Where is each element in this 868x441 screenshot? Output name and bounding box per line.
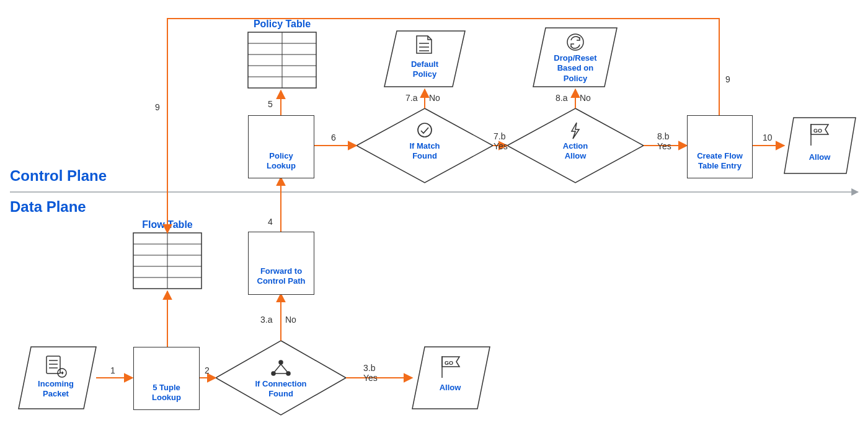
- if-connection-label: If Connection Found: [237, 379, 324, 400]
- allow-ctrl-label: Allow: [789, 152, 851, 162]
- bolt-icon: [572, 123, 579, 139]
- edge-6-num: 6: [331, 133, 336, 142]
- policy-table-title: Policy Table: [245, 19, 319, 30]
- data-plane-label: Data Plane: [10, 198, 86, 216]
- incoming-packet-label: Incoming Packet: [25, 379, 87, 400]
- svg-point-30: [279, 360, 283, 364]
- allow-data-shape: [412, 347, 490, 409]
- allow-data-label: Allow: [419, 383, 481, 393]
- default-policy-label: Default Policy: [391, 59, 459, 80]
- drop-reset-label: Drop/Reset Based on Policy: [537, 53, 614, 84]
- edge-3b-label: Yes: [363, 373, 378, 383]
- if-connection-label-wrap: If Connection Found: [237, 379, 324, 400]
- edge-8b-num: 8.b: [657, 131, 669, 141]
- if-match-label-wrap: If Match Found: [381, 141, 468, 162]
- edge-7b-num: 7.b: [494, 131, 505, 141]
- edge-8a-num: 8.a: [556, 93, 567, 103]
- edge-9d-num: 9: [155, 102, 160, 112]
- policy-lookup: Policy Lookup: [248, 115, 314, 178]
- if-match-label: If Match Found: [381, 141, 468, 162]
- create-flow: Create Flow Table Entry: [687, 115, 753, 178]
- edge-7a-label: No: [429, 93, 440, 103]
- control-plane-label: Control Plane: [10, 167, 107, 185]
- edge-8b-label: Yes: [657, 141, 671, 151]
- svg-text:GO: GO: [445, 360, 453, 366]
- flow-table: [133, 233, 202, 289]
- svg-point-24: [567, 34, 583, 50]
- edge-4-num: 4: [268, 217, 273, 227]
- edge-9c-num: 9: [725, 74, 730, 84]
- allow-data-label-wrap: Allow: [419, 383, 481, 393]
- svg-line-34: [281, 364, 287, 372]
- refresh-icon: [567, 34, 583, 50]
- edge-5-num: 5: [268, 99, 273, 109]
- svg-rect-6: [133, 233, 202, 289]
- svg-point-16: [58, 369, 66, 377]
- edge-3a-label: No: [285, 315, 296, 325]
- edge-3a-num: 3.a: [260, 315, 272, 325]
- default-policy-label-wrap: Default Policy: [391, 59, 459, 80]
- edge-8a-label: No: [580, 93, 591, 103]
- incoming-packet-shape: [19, 347, 96, 409]
- svg-rect-0: [248, 32, 316, 88]
- action-allow-label: Action Allow: [532, 141, 619, 162]
- tuple-lookup: 5 Tuple Lookup: [133, 347, 200, 410]
- forward-cp-label: Forward to Control Path: [257, 266, 306, 287]
- document-icon: [417, 36, 432, 53]
- edge-10-num: 10: [763, 133, 773, 142]
- go-flag-icon-data: GO: [442, 356, 459, 378]
- svg-point-31: [272, 372, 275, 375]
- edge-1-num: 1: [110, 365, 115, 375]
- svg-point-36: [418, 123, 432, 137]
- edge-2-num: 2: [205, 365, 210, 375]
- forward-cp: Forward to Control Path: [248, 232, 314, 295]
- diagram-canvas: Control Plane Data Plane Policy Table Fl…: [0, 0, 868, 441]
- create-flow-label: Create Flow Table Entry: [697, 151, 743, 172]
- svg-text:GO: GO: [813, 128, 822, 134]
- incoming-packet-label-wrap: Incoming Packet: [25, 379, 87, 400]
- tuple-lookup-label: 5 Tuple Lookup: [152, 383, 181, 403]
- allow-ctrl-shape: [784, 118, 856, 173]
- graph-icon: [272, 360, 290, 375]
- policy-table: [248, 32, 316, 88]
- svg-rect-12: [46, 356, 60, 373]
- edge-3b-num: 3.b: [363, 363, 375, 373]
- if-connection-shape: [216, 341, 346, 415]
- action-allow-label-wrap: Action Allow: [532, 141, 619, 162]
- go-flag-icon-ctrl: GO: [811, 124, 828, 146]
- svg-line-33: [275, 364, 281, 372]
- edge-7b-label: Yes: [494, 141, 508, 151]
- packet-icon: [46, 356, 66, 377]
- svg-point-32: [286, 372, 290, 375]
- drop-reset-label-wrap: Drop/Reset Based on Policy: [537, 53, 614, 84]
- flow-table-title: Flow Table: [130, 219, 205, 230]
- edge-7a-num: 7.a: [405, 93, 417, 103]
- check-icon: [418, 123, 432, 137]
- allow-ctrl-label-wrap: Allow: [789, 152, 851, 162]
- policy-lookup-label: Policy Lookup: [267, 151, 296, 172]
